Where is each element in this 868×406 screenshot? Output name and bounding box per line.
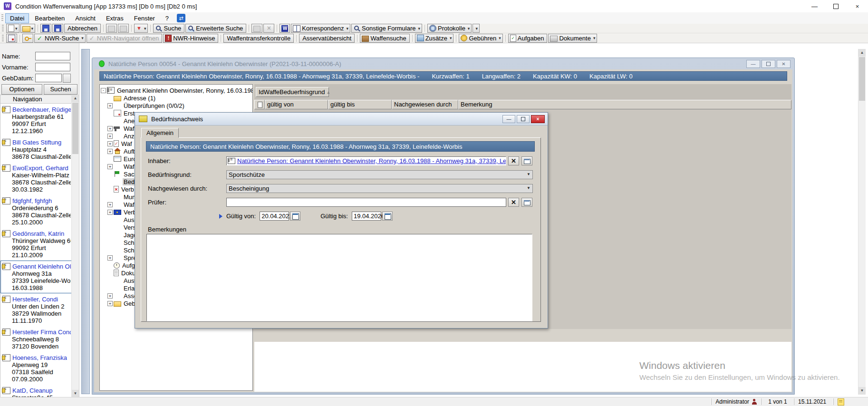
mdi-scrollbar[interactable]: ▲ ▼	[858, 49, 866, 395]
tree-expander-icon[interactable]	[107, 141, 113, 146]
dialog-maximize-button[interactable]	[517, 115, 530, 123]
grid-column-header[interactable]: Nachgewiesen durch	[392, 100, 458, 109]
korrespondenz-button[interactable]: Korrespondenz ▾	[291, 24, 350, 33]
pruefer-input[interactable]	[226, 198, 506, 207]
nwr-navigator-button[interactable]: NWR-Navigator öffnen	[87, 34, 163, 43]
menu-hilfe[interactable]: ?	[161, 13, 174, 23]
teamviewer-icon[interactable]: ⇄	[177, 14, 185, 22]
open-button[interactable]: ▾	[20, 24, 36, 33]
print-preview-button[interactable]	[118, 24, 129, 33]
toolbar-overflow[interactable]: ▾	[473, 24, 480, 33]
tree-item[interactable]: Überprüfungen (0/0/2)	[100, 102, 252, 109]
gebdatum-input[interactable]	[35, 74, 62, 82]
minimize-button[interactable]: —	[804, 0, 825, 12]
person-window-titlebar[interactable]: Natürliche Person 00054 - Genannt Kleinl…	[92, 58, 794, 69]
name-input[interactable]	[35, 52, 70, 60]
pruefer-select-button[interactable]	[521, 198, 532, 207]
tree-expander-icon[interactable]	[107, 255, 113, 261]
dialog-titlebar[interactable]: Bedürfnisnachweis — ×	[135, 113, 548, 126]
aufgaben-button[interactable]: Aufgaben	[508, 34, 548, 43]
grid-column-header[interactable]: gültig bis	[328, 100, 392, 109]
close-button[interactable]: ×	[847, 0, 868, 12]
pruefer-clear-button[interactable]: ✕	[508, 198, 519, 207]
clear-button[interactable]	[263, 24, 274, 33]
child-minimize-button[interactable]: —	[746, 60, 760, 68]
note-icon[interactable]	[838, 398, 844, 406]
gueltig-von-input[interactable]: 20.04.2021	[260, 212, 289, 221]
export-button[interactable]	[251, 24, 262, 33]
nav-entry[interactable]: fdgfghf, fghfgh Ordeniederung 6 38678 Cl…	[0, 195, 72, 228]
inhaber-field[interactable]: Natürliche Person: Genannt Kleinlehn Obe…	[226, 156, 506, 165]
tab-allgemein[interactable]: Allgemein	[141, 128, 179, 138]
tree-expander-icon[interactable]	[107, 293, 113, 299]
nav-entry[interactable]: Beckenbauer, Rüdiger, H. Haarbergstraße …	[0, 104, 72, 136]
dokumente-button[interactable]: Dokumente ▾	[548, 34, 597, 43]
grid-column-header[interactable]: gültig von	[265, 100, 328, 109]
navigation-scrollbar[interactable]: ▲ ▼	[71, 95, 79, 397]
optionen-button[interactable]: Optionen	[1, 84, 42, 95]
formular-button[interactable]	[6, 34, 17, 43]
tree-expander-icon[interactable]	[107, 126, 113, 131]
nav-entry[interactable]: Genannt Kleinlehn Oberwinster Ahornweg 3…	[0, 261, 72, 293]
scroll-down-icon[interactable]: ▼	[858, 387, 866, 395]
tree-expander-icon[interactable]	[107, 210, 113, 215]
tree-expander-icon[interactable]	[107, 134, 113, 139]
key-button[interactable]	[22, 34, 33, 43]
scroll-up-icon[interactable]: ▲	[858, 49, 866, 57]
nav-entry[interactable]: Hoeness, Franziska Alpenweg 19 07318 Saa…	[0, 352, 72, 385]
child-close-button[interactable]: ✕	[777, 60, 791, 68]
nav-entry[interactable]: Bill Gates Stiftung Hauptplatz 4 38678 C…	[0, 136, 72, 162]
dialog-close-button[interactable]: ×	[531, 115, 545, 123]
inhaber-link[interactable]: Natürliche Person: Genannt Kleinlehn Obe…	[237, 157, 506, 164]
inhaber-clear-button[interactable]: ✕	[508, 156, 519, 165]
inhaber-select-button[interactable]	[521, 156, 532, 165]
scrollbar-thumb[interactable]	[72, 103, 78, 154]
sonstige-formulare-button[interactable]: Sonstige Formulare ▾	[351, 24, 422, 33]
tree-expander-icon[interactable]	[107, 149, 113, 154]
maximize-button[interactable]	[825, 0, 847, 12]
menu-fenster[interactable]: Fenster	[129, 13, 160, 23]
gebdatum-picker-button[interactable]	[63, 74, 71, 83]
tree-expander-icon[interactable]	[101, 88, 106, 93]
scroll-down-icon[interactable]: ▼	[72, 390, 79, 397]
scrollbar-thumb[interactable]	[859, 57, 865, 101]
child-restore-button[interactable]	[762, 60, 775, 68]
suchen-button[interactable]: Suchen	[44, 84, 77, 95]
dialog-minimize-button[interactable]: —	[502, 115, 515, 123]
nwr-suche-button[interactable]: NWR-Suche ▾	[34, 34, 86, 43]
tree-item[interactable]: Adresse (1)	[100, 94, 252, 102]
tree-expander-icon[interactable]	[107, 202, 113, 207]
protokolle-button[interactable]: Protokolle ▾	[427, 24, 472, 33]
zusaetze-button[interactable]: Zusätze ▾	[415, 34, 454, 43]
tree-expander-icon[interactable]	[107, 164, 113, 169]
calendar-icon[interactable]	[382, 212, 393, 221]
waffentransferkontrolle-button[interactable]: Waffentransferkontrolle	[223, 34, 294, 43]
filter-button[interactable]: ▾	[134, 24, 148, 33]
save-button[interactable]	[40, 24, 51, 33]
gueltig-bis-input[interactable]: 19.04.2026	[352, 212, 381, 221]
asservatuebersicht-button[interactable]: Asservatübersicht	[299, 34, 355, 43]
suche-button[interactable]: Suche	[153, 24, 184, 33]
gebuehren-button[interactable]: Gebühren ▾	[459, 34, 502, 43]
grid-column-header[interactable]: Bemerkung	[458, 100, 791, 109]
scroll-up-icon[interactable]: ▲	[72, 95, 79, 102]
word-button[interactable]	[280, 24, 290, 33]
beduerfnisgrund-dropdown[interactable]: Sportschütze	[226, 170, 533, 179]
calendar-icon[interactable]	[290, 212, 300, 221]
waffensuche-button[interactable]: Waffensuche	[360, 34, 409, 43]
nav-entry[interactable]: KatD, Cleanup Sternstraße 45 38678 Claus…	[0, 385, 72, 397]
nav-entry[interactable]: Gedönsrath, Katrin Thüringer Waldweg 66 …	[0, 228, 72, 261]
print-button[interactable]	[106, 24, 117, 33]
tree-item[interactable]: Genannt Kleinlehn Oberwinster, Ronny, 16…	[100, 87, 252, 94]
menu-datei[interactable]: Datei	[5, 13, 29, 23]
nav-entry[interactable]: Hersteller Firma Condition Schneeballweg…	[0, 326, 72, 352]
tree-expander-icon[interactable]	[107, 301, 113, 306]
nav-entry[interactable]: Hersteller, Condi Unter den Linden 2 387…	[0, 293, 72, 326]
bemerkungen-textarea[interactable]	[146, 234, 532, 321]
vorname-input[interactable]	[35, 63, 70, 71]
nav-entry[interactable]: EwoExport, Gerhard Kaiser-Wilhelm-Platz …	[0, 162, 72, 195]
menu-ansicht[interactable]: Ansicht	[70, 13, 100, 23]
nachgewiesen-dropdown[interactable]: Bescheinigung	[226, 184, 533, 193]
menu-bearbeiten[interactable]: Bearbeiten	[30, 13, 69, 23]
new-document-button[interactable]: ▾	[6, 24, 19, 33]
